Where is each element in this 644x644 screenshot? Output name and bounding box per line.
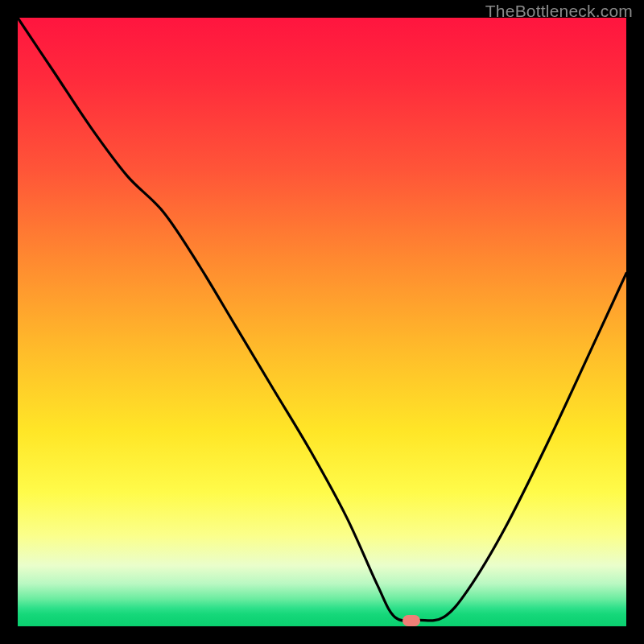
optimum-marker [402,615,420,626]
bottleneck-curve [18,18,626,626]
plot-area [18,18,626,626]
chart-frame: TheBottleneck.com [0,0,644,644]
